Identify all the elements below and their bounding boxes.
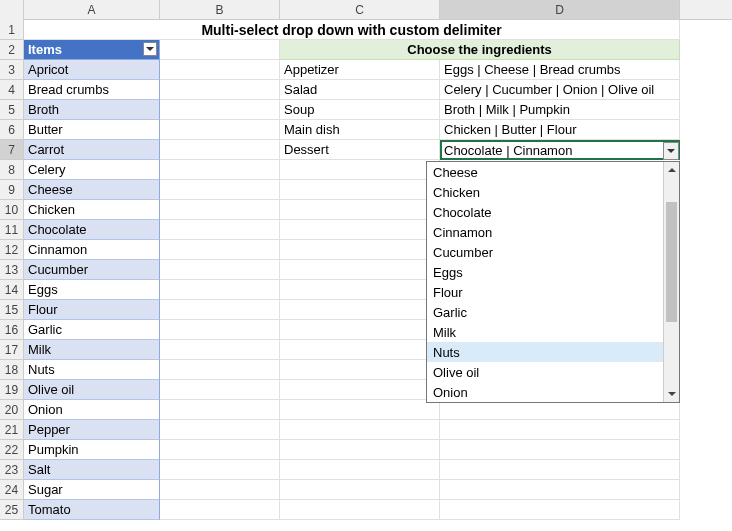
row-header-15[interactable]: 15 bbox=[0, 300, 24, 320]
cell[interactable] bbox=[160, 100, 280, 120]
row-header-4[interactable]: 4 bbox=[0, 80, 24, 100]
scroll-up-button[interactable] bbox=[664, 162, 679, 178]
col-header-A[interactable]: A bbox=[24, 0, 160, 19]
items-cell[interactable]: Pumpkin bbox=[24, 440, 160, 460]
dish-name-cell[interactable]: Appetizer bbox=[280, 60, 440, 80]
cell[interactable] bbox=[160, 280, 280, 300]
cell[interactable] bbox=[160, 300, 280, 320]
items-cell[interactable]: Salt bbox=[24, 460, 160, 480]
col-header-B[interactable]: B bbox=[160, 0, 280, 19]
cell[interactable] bbox=[280, 160, 440, 180]
row-header-25[interactable]: 25 bbox=[0, 500, 24, 520]
cell[interactable] bbox=[440, 420, 680, 440]
items-cell[interactable]: Apricot bbox=[24, 60, 160, 80]
cell[interactable] bbox=[160, 160, 280, 180]
cell[interactable] bbox=[160, 80, 280, 100]
cell[interactable] bbox=[280, 200, 440, 220]
dropdown-option[interactable]: Eggs bbox=[427, 262, 663, 282]
row-header-21[interactable]: 21 bbox=[0, 420, 24, 440]
dropdown-option[interactable]: Nuts bbox=[427, 342, 663, 362]
row-header-11[interactable]: 11 bbox=[0, 220, 24, 240]
dropdown-option[interactable]: Olive oil bbox=[427, 362, 663, 382]
scroll-down-button[interactable] bbox=[664, 386, 679, 402]
row-header-6[interactable]: 6 bbox=[0, 120, 24, 140]
dropdown-arrow-button[interactable] bbox=[663, 142, 679, 160]
items-cell[interactable]: Olive oil bbox=[24, 380, 160, 400]
dropdown-option[interactable]: Onion bbox=[427, 382, 663, 402]
row-header-19[interactable]: 19 bbox=[0, 380, 24, 400]
scroll-thumb[interactable] bbox=[666, 202, 677, 322]
cell[interactable] bbox=[280, 480, 440, 500]
col-header-C[interactable]: C bbox=[280, 0, 440, 19]
row-header-5[interactable]: 5 bbox=[0, 100, 24, 120]
dropdown-option[interactable]: Chicken bbox=[427, 182, 663, 202]
row-header-23[interactable]: 23 bbox=[0, 460, 24, 480]
cell[interactable] bbox=[280, 400, 440, 420]
items-cell[interactable]: Butter bbox=[24, 120, 160, 140]
row-header-9[interactable]: 9 bbox=[0, 180, 24, 200]
row-header-3[interactable]: 3 bbox=[0, 60, 24, 80]
cell[interactable] bbox=[160, 460, 280, 480]
cell[interactable] bbox=[160, 480, 280, 500]
cell[interactable] bbox=[440, 480, 680, 500]
filter-button[interactable] bbox=[143, 42, 157, 56]
cell[interactable] bbox=[280, 220, 440, 240]
cell[interactable] bbox=[160, 120, 280, 140]
cell[interactable] bbox=[440, 440, 680, 460]
cell[interactable] bbox=[160, 500, 280, 520]
row-header-10[interactable]: 10 bbox=[0, 200, 24, 220]
cell[interactable] bbox=[440, 400, 680, 420]
row-header-18[interactable]: 18 bbox=[0, 360, 24, 380]
items-cell[interactable]: Onion bbox=[24, 400, 160, 420]
cell[interactable] bbox=[280, 340, 440, 360]
row-header-14[interactable]: 14 bbox=[0, 280, 24, 300]
cell[interactable] bbox=[280, 320, 440, 340]
row-header-8[interactable]: 8 bbox=[0, 160, 24, 180]
cell[interactable] bbox=[160, 440, 280, 460]
row-header-22[interactable]: 22 bbox=[0, 440, 24, 460]
items-cell[interactable]: Sugar bbox=[24, 480, 160, 500]
cell[interactable] bbox=[160, 200, 280, 220]
items-cell[interactable]: Carrot bbox=[24, 140, 160, 160]
cell[interactable] bbox=[280, 280, 440, 300]
cell[interactable] bbox=[160, 40, 280, 60]
cell[interactable] bbox=[160, 60, 280, 80]
dish-ingredients-cell[interactable]: Eggs | Cheese | Bread crumbs bbox=[440, 60, 680, 80]
row-header-7[interactable]: 7 bbox=[0, 140, 24, 160]
dish-name-cell[interactable]: Main dish bbox=[280, 120, 440, 140]
items-cell[interactable]: Flour bbox=[24, 300, 160, 320]
cell[interactable] bbox=[280, 460, 440, 480]
row-header-12[interactable]: 12 bbox=[0, 240, 24, 260]
cell[interactable] bbox=[160, 320, 280, 340]
selected-cell[interactable]: Chocolate | Cinnamon bbox=[440, 140, 680, 160]
items-cell[interactable]: Broth bbox=[24, 100, 160, 120]
cell[interactable] bbox=[160, 420, 280, 440]
cell[interactable] bbox=[440, 500, 680, 520]
cell[interactable] bbox=[160, 380, 280, 400]
items-cell[interactable]: Cinnamon bbox=[24, 240, 160, 260]
items-cell[interactable]: Nuts bbox=[24, 360, 160, 380]
select-all-corner[interactable] bbox=[0, 0, 24, 20]
row-header-13[interactable]: 13 bbox=[0, 260, 24, 280]
cell[interactable] bbox=[160, 140, 280, 160]
dish-ingredients-cell[interactable]: Celery | Cucumber | Onion | Olive oil bbox=[440, 80, 680, 100]
row-header-2[interactable]: 2 bbox=[0, 40, 24, 60]
dish-name-cell[interactable]: Salad bbox=[280, 80, 440, 100]
cell[interactable] bbox=[160, 220, 280, 240]
col-header-D[interactable]: D bbox=[440, 0, 680, 19]
items-cell[interactable]: Chicken bbox=[24, 200, 160, 220]
row-header-17[interactable]: 17 bbox=[0, 340, 24, 360]
cell[interactable] bbox=[160, 180, 280, 200]
cell[interactable] bbox=[280, 420, 440, 440]
dish-ingredients-cell[interactable]: Chicken | Butter | Flour bbox=[440, 120, 680, 140]
row-header-20[interactable]: 20 bbox=[0, 400, 24, 420]
dish-name-cell[interactable]: Soup bbox=[280, 100, 440, 120]
dropdown-option[interactable]: Flour bbox=[427, 282, 663, 302]
cell[interactable] bbox=[160, 240, 280, 260]
items-cell[interactable]: Garlic bbox=[24, 320, 160, 340]
items-cell[interactable]: Celery bbox=[24, 160, 160, 180]
cell[interactable] bbox=[280, 360, 440, 380]
cell[interactable] bbox=[160, 400, 280, 420]
row-header-1[interactable]: 1 bbox=[0, 20, 24, 40]
items-cell[interactable]: Cucumber bbox=[24, 260, 160, 280]
